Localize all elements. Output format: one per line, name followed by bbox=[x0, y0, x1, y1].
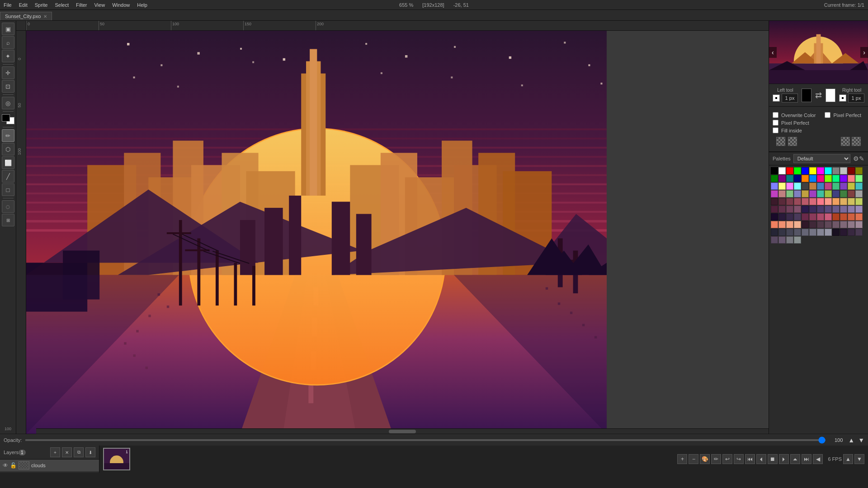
palette-color-32[interactable] bbox=[832, 183, 840, 190]
right-pixel-perfect-checkbox[interactable]: Pixel Perfect bbox=[825, 112, 861, 118]
copy-layer-btn[interactable]: ⧉ bbox=[74, 447, 84, 457]
palette-color-31[interactable] bbox=[825, 183, 832, 190]
palette-color-102[interactable] bbox=[817, 229, 824, 236]
palette-color-17[interactable] bbox=[809, 175, 816, 182]
checker-icon-2[interactable] bbox=[788, 137, 797, 146]
palette-color-22[interactable] bbox=[848, 175, 855, 182]
layer-lock-icon[interactable]: 🔓 bbox=[10, 462, 17, 469]
horizontal-scrollbar[interactable] bbox=[36, 428, 769, 434]
paint-bucket-tool[interactable]: ⬡ bbox=[2, 143, 14, 155]
eraser-frame-btn[interactable]: ✏ bbox=[711, 454, 721, 464]
palette-color-49[interactable] bbox=[778, 198, 786, 205]
palette-color-35[interactable] bbox=[855, 183, 863, 190]
paint-frame-btn[interactable]: 🎨 bbox=[700, 454, 710, 464]
menu-help[interactable]: Help bbox=[133, 1, 151, 9]
palette-color-63[interactable] bbox=[794, 206, 801, 213]
palette-color-50[interactable] bbox=[786, 198, 793, 205]
overwrite-color-checkbox[interactable]: Overwrite Color bbox=[773, 112, 816, 118]
left-size-spinner[interactable] bbox=[782, 94, 798, 103]
palette-color-36[interactable] bbox=[771, 190, 778, 197]
palette-color-68[interactable] bbox=[832, 206, 840, 213]
eyedropper-tool[interactable]: ◎ bbox=[2, 97, 14, 109]
color-swatches[interactable] bbox=[2, 114, 14, 124]
pixel-art-canvas[interactable] bbox=[26, 31, 769, 434]
palette-color-55[interactable] bbox=[825, 198, 832, 205]
last-frame-btn[interactable]: ⏭ bbox=[802, 454, 811, 464]
palette-color-39[interactable] bbox=[794, 190, 801, 197]
palette-color-52[interactable] bbox=[802, 198, 809, 205]
checker-icon-3[interactable] bbox=[841, 137, 850, 146]
palette-color-15[interactable] bbox=[794, 175, 801, 182]
palette-color-75[interactable] bbox=[794, 213, 801, 221]
overwrite-color-input[interactable] bbox=[773, 112, 778, 118]
palette-color-46[interactable] bbox=[848, 190, 855, 197]
palette-color-98[interactable] bbox=[786, 229, 793, 236]
redo-frame-btn[interactable]: ↪ bbox=[734, 454, 744, 464]
palette-color-41[interactable] bbox=[809, 190, 816, 197]
magic-wand-tool[interactable]: ✦ bbox=[2, 50, 14, 62]
palette-color-89[interactable] bbox=[809, 221, 816, 228]
fill-inside-checkbox[interactable]: Fill inside bbox=[773, 127, 816, 133]
palette-color-71[interactable] bbox=[855, 206, 863, 213]
palette-color-101[interactable] bbox=[809, 229, 816, 236]
opacity-up-arrow[interactable]: ▲ bbox=[848, 436, 854, 444]
palette-color-54[interactable] bbox=[817, 198, 824, 205]
palette-color-56[interactable] bbox=[832, 198, 840, 205]
palette-color-53[interactable] bbox=[809, 198, 816, 205]
palette-color-61[interactable] bbox=[778, 206, 786, 213]
palette-color-110[interactable] bbox=[786, 236, 793, 244]
palette-color-12[interactable] bbox=[771, 175, 778, 182]
palette-color-87[interactable] bbox=[794, 221, 801, 228]
palette-color-57[interactable] bbox=[840, 198, 847, 205]
merge-layer-btn[interactable]: ⬇ bbox=[85, 447, 95, 457]
palette-color-103[interactable] bbox=[825, 229, 832, 236]
palette-color-58[interactable] bbox=[848, 198, 855, 205]
menu-filter[interactable]: Filter bbox=[72, 1, 90, 9]
palette-color-96[interactable] bbox=[771, 229, 778, 236]
palette-color-59[interactable] bbox=[855, 198, 863, 205]
palette-color-42[interactable] bbox=[817, 190, 824, 197]
palette-color-100[interactable] bbox=[802, 229, 809, 236]
palette-color-21[interactable] bbox=[840, 175, 847, 182]
palette-color-105[interactable] bbox=[840, 229, 847, 236]
palette-color-99[interactable] bbox=[794, 229, 801, 236]
palette-color-85[interactable] bbox=[778, 221, 786, 228]
menu-sprite[interactable]: Sprite bbox=[31, 1, 52, 9]
palette-edit-btn[interactable]: ✎ bbox=[859, 155, 864, 162]
add-layer-btn[interactable]: + bbox=[50, 447, 60, 457]
active-tab[interactable]: Sunset_City.pxo ✕ bbox=[0, 12, 52, 20]
palette-color-72[interactable] bbox=[771, 213, 778, 221]
palette-color-80[interactable] bbox=[832, 213, 840, 221]
checker-icon-4[interactable] bbox=[852, 137, 861, 146]
play-btn[interactable]: ⏵ bbox=[779, 454, 789, 464]
palette-color-3[interactable] bbox=[794, 167, 801, 174]
layer-vis-icon[interactable]: 👁 bbox=[3, 462, 8, 469]
preview-nav-right[interactable]: › bbox=[860, 47, 868, 58]
palette-select[interactable]: Default bbox=[793, 154, 850, 163]
palette-color-1[interactable] bbox=[778, 167, 786, 174]
palette-color-81[interactable] bbox=[840, 213, 847, 221]
palette-color-84[interactable] bbox=[771, 221, 778, 228]
palette-color-86[interactable] bbox=[786, 221, 793, 228]
palette-color-43[interactable] bbox=[825, 190, 832, 197]
palette-color-29[interactable] bbox=[809, 183, 816, 190]
next-frame-btn[interactable]: ⏶ bbox=[790, 454, 800, 464]
stop-btn[interactable]: ⏹ bbox=[768, 454, 778, 464]
eraser-tool[interactable]: ⬜ bbox=[2, 156, 14, 169]
palette-settings-btn[interactable]: ⚙ bbox=[853, 155, 859, 162]
palette-color-27[interactable] bbox=[794, 183, 801, 190]
palette-color-91[interactable] bbox=[825, 221, 832, 228]
right-size-input[interactable] bbox=[848, 94, 864, 103]
canvas-area[interactable]: 0 50 100 150 200 0 50 100 bbox=[16, 21, 769, 434]
palette-color-2[interactable] bbox=[786, 167, 793, 174]
palette-color-95[interactable] bbox=[855, 221, 863, 228]
palette-color-107[interactable] bbox=[855, 229, 863, 236]
palette-color-37[interactable] bbox=[778, 190, 786, 197]
palette-color-48[interactable] bbox=[771, 198, 778, 205]
palette-color-108[interactable] bbox=[771, 236, 778, 244]
frame-1[interactable]: 1 bbox=[103, 448, 130, 470]
palette-color-69[interactable] bbox=[840, 206, 847, 213]
palette-color-13[interactable] bbox=[778, 175, 786, 182]
palette-color-10[interactable] bbox=[848, 167, 855, 174]
scrollbar-thumb[interactable] bbox=[389, 430, 416, 433]
